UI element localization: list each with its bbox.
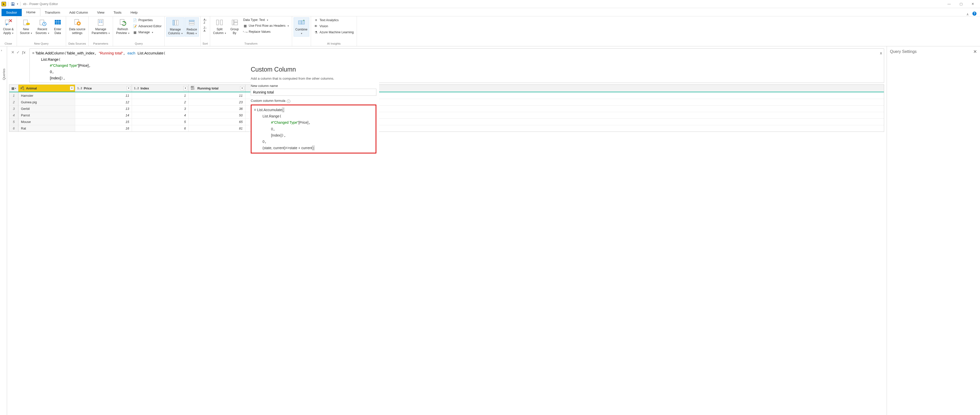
qat-dropdown-icon[interactable]: ▾ bbox=[17, 3, 18, 5]
cell-animal[interactable]: Rat bbox=[18, 125, 75, 131]
group-by-button[interactable]: GroupBy bbox=[228, 17, 241, 36]
advanced-editor-icon: 📝 bbox=[133, 24, 137, 28]
query-settings-panel: Query Settings ✕ bbox=[887, 46, 980, 415]
row-number[interactable]: 3 bbox=[10, 106, 18, 112]
replace-values-button[interactable]: ¹→₂Replace Values bbox=[242, 29, 290, 35]
cell-index[interactable]: 2 bbox=[132, 99, 189, 105]
info-icon[interactable]: i bbox=[287, 100, 290, 103]
queries-pane-collapsed[interactable]: › Queries bbox=[0, 46, 7, 415]
advanced-editor-button[interactable]: 📝Advanced Editor bbox=[131, 24, 163, 29]
close-apply-button[interactable]: Close &Apply ▾ bbox=[2, 17, 15, 36]
cell-index[interactable]: 4 bbox=[132, 112, 189, 119]
new-source-button[interactable]: NewSource ▾ bbox=[18, 17, 33, 36]
new-column-name-input[interactable] bbox=[251, 89, 376, 96]
row-number[interactable]: 4 bbox=[10, 112, 18, 119]
data-source-settings-button[interactable]: Data sourcesettings bbox=[68, 17, 87, 36]
cell-index[interactable]: 6 bbox=[132, 125, 189, 131]
enter-data-button[interactable]: EnterData bbox=[51, 17, 64, 36]
row-number[interactable]: 1 bbox=[10, 92, 18, 99]
formula-input[interactable]: = Table.AddColumn(Table_with_index, "Run… bbox=[30, 48, 884, 83]
cell-animal[interactable]: Guinea pig bbox=[18, 99, 75, 105]
text-analytics-button[interactable]: ≡Text Analytics bbox=[313, 17, 355, 23]
column-filter-running[interactable]: ▼ bbox=[240, 86, 244, 90]
column-filter-index[interactable]: ▼ bbox=[183, 86, 188, 90]
cell-price[interactable]: 16 bbox=[75, 125, 132, 131]
cell-running[interactable]: 23 bbox=[189, 99, 245, 105]
commit-formula-icon[interactable]: ✓ bbox=[16, 50, 20, 55]
cell-index[interactable]: 5 bbox=[132, 119, 189, 125]
vision-button[interactable]: 👁Vision bbox=[313, 24, 355, 29]
column-filter-price[interactable]: ▼ bbox=[127, 86, 130, 90]
cell-animal[interactable]: Gerbil bbox=[18, 106, 75, 112]
tab-help[interactable]: Help bbox=[126, 9, 142, 16]
cell-animal[interactable]: Mouse bbox=[18, 119, 75, 125]
minimize-button[interactable]: — bbox=[943, 0, 955, 8]
row-number[interactable]: 6 bbox=[10, 125, 18, 131]
table-row[interactable]: 6Rat16681 bbox=[10, 125, 884, 131]
column-filter-animal[interactable]: ▼ bbox=[70, 86, 74, 90]
cell-animal[interactable]: Hamster bbox=[18, 92, 75, 99]
formula-editor[interactable]: = List.Accumulate( List.Range( #"Changed… bbox=[251, 105, 376, 154]
tab-tools[interactable]: Tools bbox=[109, 9, 126, 16]
cell-price[interactable]: 14 bbox=[75, 112, 132, 119]
expand-formula-icon[interactable]: ∧ bbox=[880, 50, 882, 57]
first-row-headers-button[interactable]: ▦Use First Row as Headers ▾ bbox=[242, 23, 290, 29]
sort-asc-button[interactable]: A↓Z bbox=[202, 17, 208, 25]
table-row[interactable]: 4Parrot14450 bbox=[10, 112, 884, 119]
close-window-button[interactable]: ✕ bbox=[967, 0, 978, 8]
cell-running[interactable]: 81 bbox=[189, 125, 245, 131]
reduce-rows-button[interactable]: ReduceRows ▾ bbox=[185, 17, 199, 36]
column-header-price[interactable]: 1.2 Price ▼ bbox=[75, 85, 132, 92]
cell-price[interactable]: 12 bbox=[75, 99, 132, 105]
cell-running[interactable]: 36 bbox=[189, 106, 245, 112]
close-panel-icon[interactable]: ✕ bbox=[973, 49, 977, 54]
column-header-index[interactable]: 1.2 Index ▼ bbox=[132, 85, 189, 92]
tab-view[interactable]: View bbox=[92, 9, 109, 16]
table-row[interactable]: 5Mouse15565 bbox=[10, 119, 884, 125]
split-column-button[interactable]: SplitColumn ▾ bbox=[212, 17, 228, 36]
sort-desc-button[interactable]: Z↓A bbox=[202, 25, 208, 33]
file-tab[interactable]: Soubor bbox=[2, 9, 22, 16]
maximize-button[interactable]: ▢ bbox=[955, 0, 967, 8]
data-type-button[interactable]: Data Type: Text ▾ bbox=[242, 17, 290, 22]
manage-columns-button[interactable]: ManageColumns ▾ bbox=[166, 17, 184, 36]
azure-ml-button[interactable]: ⚗Azure Machine Learning bbox=[313, 30, 355, 35]
work-area: › Queries ✕ ✓ ƒx = Table.AddColumn(Table… bbox=[0, 46, 980, 415]
app-icon[interactable] bbox=[2, 2, 6, 6]
collapse-ribbon-icon[interactable]: ∧ bbox=[966, 12, 969, 16]
row-number[interactable]: 2 bbox=[10, 99, 18, 105]
cell-index[interactable]: 1 bbox=[132, 92, 189, 99]
combine-button[interactable]: + Combine▾ bbox=[294, 17, 309, 36]
cell-animal[interactable]: Parrot bbox=[18, 112, 75, 119]
fx-icon[interactable]: ƒx bbox=[22, 51, 25, 54]
gear-icon bbox=[73, 18, 81, 27]
tab-transform[interactable]: Transform bbox=[40, 9, 65, 16]
cancel-formula-icon[interactable]: ✕ bbox=[11, 50, 14, 55]
cell-running[interactable]: 65 bbox=[189, 119, 245, 125]
help-icon[interactable]: ? bbox=[972, 11, 977, 16]
cell-index[interactable]: 3 bbox=[132, 106, 189, 112]
table-row[interactable]: 1Hamster11111 bbox=[10, 92, 884, 99]
cell-price[interactable]: 15 bbox=[75, 119, 132, 125]
cell-price[interactable]: 11 bbox=[75, 92, 132, 99]
cell-running[interactable]: 50 bbox=[189, 112, 245, 119]
table-icon[interactable]: ▦▾ bbox=[10, 85, 18, 92]
row-number[interactable]: 5 bbox=[10, 119, 18, 125]
tab-home[interactable]: Home bbox=[22, 8, 40, 16]
manage-parameters-button[interactable]: ManageParameters ▾ bbox=[90, 17, 111, 36]
recent-sources-button[interactable]: RecentSources ▾ bbox=[34, 17, 51, 36]
cell-price[interactable]: 13 bbox=[75, 106, 132, 112]
column-header-running[interactable]: ABC123 Running total ▼ bbox=[189, 85, 245, 92]
tab-add-column[interactable]: Add Column bbox=[65, 9, 92, 16]
table-row[interactable]: 2Guinea pig12223 bbox=[10, 99, 884, 105]
expand-queries-icon[interactable]: › bbox=[1, 48, 2, 52]
properties-button[interactable]: 📄Properties bbox=[131, 17, 163, 23]
column-header-animal[interactable]: ABC Animal ▼ bbox=[18, 85, 75, 92]
save-icon[interactable] bbox=[10, 2, 15, 6]
svg-rect-21 bbox=[99, 21, 100, 21]
manage-button[interactable]: ▦Manage ▾ bbox=[131, 30, 163, 35]
refresh-preview-button[interactable]: RefreshPreview ▾ bbox=[115, 17, 130, 36]
table-row[interactable]: 3Gerbil13336 bbox=[10, 105, 884, 112]
manage-parameters-label: ManageParameters ▾ bbox=[92, 27, 110, 35]
cell-running[interactable]: 11 bbox=[189, 92, 245, 99]
